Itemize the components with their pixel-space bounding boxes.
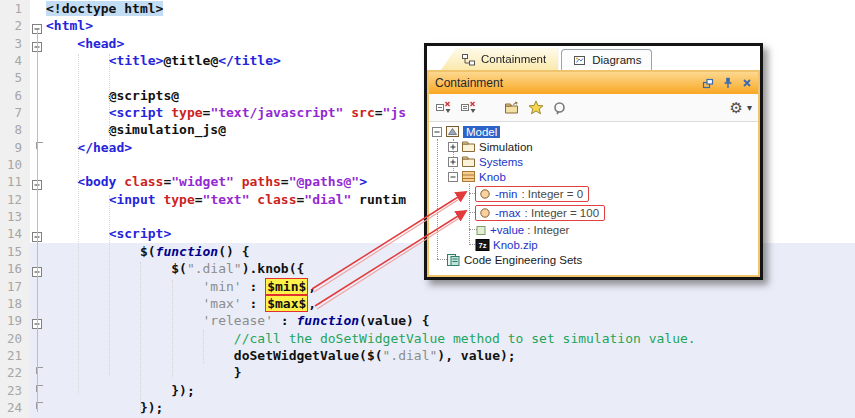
code-token: //call the doSetWidgetValue method to se… (234, 331, 696, 346)
expand-plus[interactable] (448, 142, 458, 152)
fold-gutter-cell (30, 0, 44, 17)
code-token (46, 105, 109, 120)
fold-gutter-cell[interactable] (30, 225, 44, 242)
code-token: <body (77, 174, 116, 189)
code-token: @title@ (163, 53, 218, 68)
template-parameter-token: $min$ (265, 278, 308, 295)
tree-item-label: Knob.zip (493, 239, 538, 251)
collapse-all-icon[interactable] (435, 100, 452, 115)
gear-icon[interactable]: ⚙ (730, 100, 743, 115)
fold-gutter-cell (30, 191, 44, 208)
fold-end-mark (36, 367, 43, 374)
line-number: 11 (0, 173, 30, 190)
tab-containment[interactable]: Containment (441, 48, 558, 70)
code-token: class (124, 174, 163, 189)
code-token (46, 279, 203, 294)
code-token: 'max' (203, 296, 242, 311)
panel-tab-bar: ContainmentDiagrams (427, 46, 760, 70)
tree-item-knob-zip[interactable]: 7zKnob.zip (429, 237, 758, 252)
dropdown-caret-icon[interactable]: ▾ (747, 102, 752, 113)
code-token: src (351, 105, 374, 120)
code-line-17[interactable]: 17 'min' : $min$, (0, 278, 855, 295)
open-in-new-tree-icon[interactable] (503, 101, 520, 115)
line-number: 8 (0, 121, 30, 138)
code-token: doSetWidgetValue($( (46, 348, 383, 363)
code-line-24[interactable]: 24 }); (0, 399, 855, 416)
fold-gutter-cell (30, 364, 44, 381)
close-icon[interactable] (742, 78, 752, 88)
fold-gutter-cell[interactable] (30, 173, 44, 190)
tree-item-label: +value (490, 224, 524, 236)
code-token: }); (46, 383, 195, 398)
code-text: //call the doSetWidgetValue method to se… (44, 330, 855, 347)
code-text: 'release' : function(value) { (44, 312, 855, 329)
svg-text:7z: 7z (479, 241, 487, 250)
code-text: } (44, 364, 855, 381)
code-token: ".dial" (187, 261, 242, 276)
tree-item-label: -max (495, 207, 521, 219)
tree-item-systems[interactable]: Systems (429, 154, 758, 169)
template-parameter-token: $max$ (265, 295, 308, 312)
code-text: <html> (44, 17, 855, 34)
favorites-star-icon[interactable] (528, 100, 544, 115)
code-token: class (257, 192, 296, 207)
code-line-22[interactable]: 22 } (0, 364, 855, 381)
panel-header-buttons (702, 77, 752, 89)
code-line-1[interactable]: 1<!doctype html> (0, 0, 855, 17)
line-number: 15 (0, 243, 30, 260)
code-line-23[interactable]: 23 }); (0, 382, 855, 399)
code-token: <script> (109, 226, 172, 241)
collapse-selected-icon[interactable] (460, 100, 477, 115)
code-token: ).knob({ (242, 261, 305, 276)
code-text: 'max' : $max$, (44, 295, 855, 312)
code-token (46, 36, 77, 51)
expand-minus[interactable] (432, 127, 442, 137)
tab-diagrams[interactable]: Diagrams (561, 49, 652, 70)
fold-gutter-cell[interactable] (30, 260, 44, 277)
tree-item-knob[interactable]: Knob (429, 169, 758, 184)
line-number: 16 (0, 260, 30, 277)
line-number: 23 (0, 382, 30, 399)
code-line-2[interactable]: 2<html> (0, 17, 855, 34)
code-line-20[interactable]: 20 //call the doSetWidgetValue method to… (0, 330, 855, 347)
fold-gutter-cell[interactable] (30, 35, 44, 52)
code-token: } (46, 365, 242, 380)
code-token: $( (46, 244, 156, 259)
line-number: 6 (0, 87, 30, 104)
code-token (46, 296, 203, 311)
line-number: 1 (0, 0, 30, 17)
expand-minus[interactable] (448, 172, 458, 182)
code-token: = (281, 174, 289, 189)
code-token: </head> (77, 140, 132, 155)
code-token: "@paths@" (289, 174, 359, 189)
code-token: : (273, 313, 296, 328)
expand-plus[interactable] (448, 157, 458, 167)
fold-gutter-cell[interactable] (30, 312, 44, 329)
code-token: , (308, 296, 316, 311)
panel-header: Containment (429, 72, 758, 94)
tree-item-simulation[interactable]: Simulation (429, 139, 758, 154)
tree-item-model[interactable]: Model (429, 124, 758, 139)
code-line-19[interactable]: 19 'release' : function(value) { (0, 312, 855, 329)
tree-item-code-engineering-sets[interactable]: Code Engineering Sets (429, 252, 758, 267)
fold-gutter-cell (30, 399, 44, 416)
tree-item-max-property[interactable]: -max : Integer = 100 (429, 203, 758, 222)
fold-gutter-cell[interactable] (30, 17, 44, 34)
code-line-21[interactable]: 21 doSetWidgetValue($(".dial"), value); (0, 347, 855, 364)
code-sets-icon (445, 253, 461, 267)
code-token: function (156, 244, 219, 259)
code-token (46, 140, 77, 155)
tree-item-value-property[interactable]: +value : Integer (429, 222, 758, 237)
code-text: }); (44, 382, 855, 399)
folder-icon (461, 155, 476, 168)
code-line-18[interactable]: 18 'max' : $max$, (0, 295, 855, 312)
float-window-icon[interactable] (702, 78, 714, 89)
fold-gutter-cell (30, 121, 44, 138)
line-number: 12 (0, 191, 30, 208)
containment-tree: ModelSimulationSystemsKnob-min : Integer… (429, 122, 758, 275)
code-token: : (242, 279, 265, 294)
tree-item-min-property[interactable]: -min : Integer = 0 (429, 184, 758, 203)
pin-icon[interactable] (723, 77, 733, 89)
property-icon (479, 207, 491, 219)
quick-search-icon[interactable] (552, 101, 567, 115)
